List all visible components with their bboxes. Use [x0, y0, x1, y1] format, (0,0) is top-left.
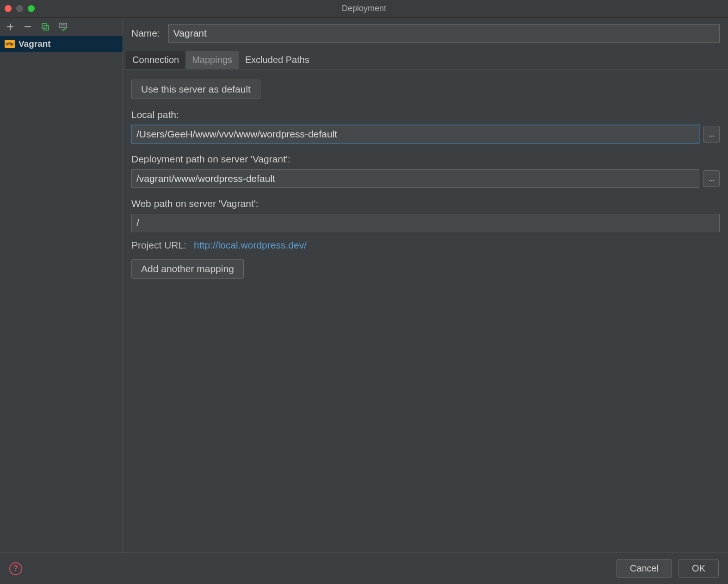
sidebar: sftp Vagrant: [0, 18, 123, 553]
deployment-path-browse-button[interactable]: ...: [703, 170, 720, 187]
local-path-label: Local path:: [131, 109, 720, 120]
project-url-link[interactable]: http://local.wordpress.dev/: [194, 240, 307, 251]
sidebar-toolbar: [0, 18, 123, 36]
sftp-icon: sftp: [5, 40, 15, 48]
tab-connection[interactable]: Connection: [126, 51, 185, 69]
web-path-label: Web path on server 'Vagrant':: [131, 198, 720, 209]
tabs: Connection Mappings Excluded Paths: [123, 51, 728, 69]
use-default-button[interactable]: Use this server as default: [131, 80, 260, 99]
tab-excluded-paths[interactable]: Excluded Paths: [239, 51, 316, 69]
server-item-label: Vagrant: [19, 39, 51, 49]
add-server-icon[interactable]: [6, 22, 15, 31]
help-icon[interactable]: ?: [9, 562, 22, 575]
ok-button[interactable]: OK: [679, 559, 719, 578]
add-mapping-button[interactable]: Add another mapping: [131, 259, 244, 279]
local-path-input[interactable]: [131, 125, 699, 143]
titlebar: Deployment: [0, 0, 728, 18]
deployment-path-label: Deployment path on server 'Vagrant':: [131, 154, 720, 165]
svg-rect-2: [59, 23, 67, 28]
server-item-vagrant[interactable]: sftp Vagrant: [0, 36, 123, 52]
cancel-button[interactable]: Cancel: [617, 559, 672, 578]
footer: ? Cancel OK: [0, 553, 728, 584]
web-path-input[interactable]: [131, 214, 720, 232]
set-default-icon[interactable]: [58, 22, 68, 31]
deployment-path-input[interactable]: [131, 169, 699, 188]
window-title: Deployment: [0, 4, 728, 13]
name-label: Name:: [131, 28, 160, 39]
copy-server-icon[interactable]: [41, 22, 50, 31]
remove-server-icon[interactable]: [23, 22, 32, 31]
main-panel: Name: Connection Mappings Excluded Paths…: [123, 18, 728, 553]
tab-content: Use this server as default Local path: .…: [131, 69, 720, 279]
name-input[interactable]: [168, 24, 720, 43]
server-list: sftp Vagrant: [0, 36, 123, 553]
local-path-browse-button[interactable]: ...: [703, 126, 720, 143]
project-url-label: Project URL:: [131, 240, 186, 251]
tab-mappings[interactable]: Mappings: [185, 51, 239, 69]
